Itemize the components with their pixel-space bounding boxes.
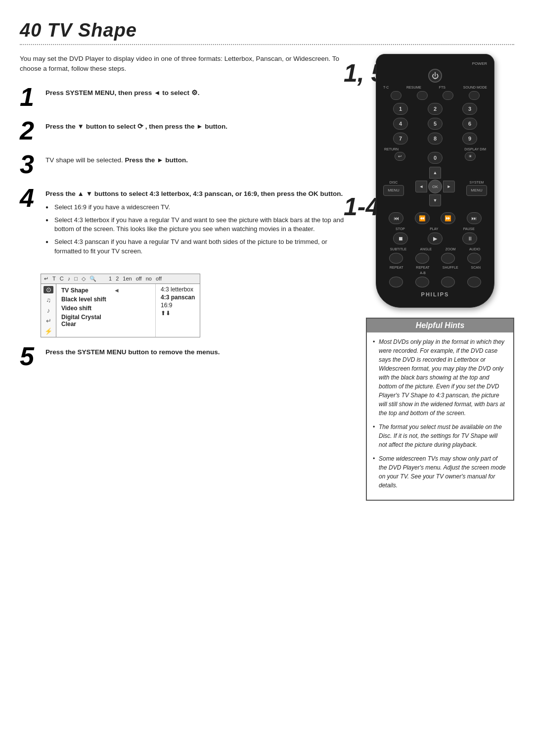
disc-system-row: DISC MENU ▲ ▼ ◄ ► OK SYSTEM (383, 167, 487, 209)
dpad-right[interactable]: ► (443, 181, 455, 192)
subtitle-btn[interactable] (389, 253, 403, 264)
num-row-1: 1 2 3 (383, 103, 487, 115)
menu-icon-picture: ⊙ (44, 286, 53, 293)
menu-label-diamond: ◇ (82, 276, 86, 282)
menu-row-blacklevel: Black level shift (61, 295, 150, 304)
btn-2[interactable]: 2 (428, 103, 443, 115)
fastfwd-btn[interactable]: ⏭ (467, 212, 482, 224)
dpad-down[interactable]: ▼ (429, 194, 441, 206)
menu-label-box: □ (74, 276, 78, 282)
step-4-content: Press the ▲ ▼ buttons to select 4:3 lett… (45, 185, 351, 260)
btn-5[interactable]: 5 (428, 118, 443, 130)
soundmode-btn[interactable] (469, 91, 480, 100)
step-5-number: 5 (20, 343, 41, 369)
power-label: POWER (472, 61, 487, 66)
pause-btn[interactable]: ⏸ (462, 233, 477, 244)
btn-7[interactable]: 7 (393, 133, 408, 144)
step-5-text: Press the SYSTEM MENU button to remove t… (45, 347, 351, 357)
repeat-sub-labels: A-B (383, 271, 487, 275)
repeat-ab-btn[interactable] (415, 277, 429, 287)
section-divider (20, 44, 514, 45)
top-function-labels: T·C RESUME FTS SOUND MODE (383, 86, 487, 89)
remote-wrapper: 1, 5 1-4 POWER ⏻ T·C RESUME FTS SOUND MO… (376, 54, 514, 308)
remote-power-label-row: POWER (383, 61, 487, 66)
step-2-content: Press the ▼ button to select ⟳ , then pr… (45, 118, 351, 132)
step-5-content: Press the SYSTEM MENU button to remove t… (45, 343, 351, 357)
top-function-btns (383, 91, 487, 100)
menu-val-off2: off (156, 276, 162, 282)
menu-icon-back: ↵ (44, 276, 48, 282)
bullet-1: Select 16:9 if you have a widescreen TV. (45, 203, 351, 212)
zoom-label: ZOOM (445, 247, 456, 251)
hint-3: Some widescreen TVs may show only part o… (373, 454, 507, 490)
tc-btn[interactable] (391, 91, 401, 100)
return-label: RETURN (384, 147, 399, 151)
page-title: 40 TV Shape (20, 20, 514, 41)
dpad-up[interactable]: ▲ (429, 167, 441, 179)
btn-8[interactable]: 8 (428, 133, 443, 144)
menu-label-music: ♪ (68, 276, 71, 282)
btn-0[interactable]: 0 (428, 152, 443, 164)
repeat-btn[interactable] (389, 277, 403, 287)
menu-val-off1: off (136, 276, 142, 282)
menu-tvshape-arrow: ◄ (114, 287, 120, 294)
rewind-btn[interactable]: ⏮ (389, 212, 403, 224)
system-menu-btn[interactable]: MENU (466, 185, 487, 196)
next-btn[interactable]: ⏩ (441, 212, 455, 224)
num-row-3: 7 8 9 (383, 133, 487, 144)
menu-label-search: 🔍 (89, 276, 96, 282)
btn-4[interactable]: 4 (393, 118, 408, 130)
menu-val-2: 2 (116, 276, 119, 282)
dpad-ok[interactable]: OK (428, 180, 442, 193)
transport-labels: STOP PLAY PAUSE (383, 227, 487, 231)
ff-rew-row: ⏮ ⏪ ⏩ ⏭ (383, 212, 487, 224)
displaydim-btn[interactable]: ☀ (465, 152, 476, 161)
helpful-hints-title: Helpful Hints (367, 319, 513, 332)
menu-crystal-label: Digital Crystal Clear (61, 314, 111, 328)
btn-1[interactable]: 1 (393, 103, 408, 115)
scan-label: SCAN (471, 266, 481, 269)
pause-label: PAUSE (463, 227, 475, 231)
remote-step-label-14: 1-4 (344, 192, 379, 221)
menu-option-169: 16:9 (161, 302, 195, 309)
step-4-number: 4 (20, 185, 41, 211)
shuffle-label: SHUFFLE (443, 266, 458, 269)
btn-9[interactable]: 9 (462, 133, 477, 144)
menu-icon-return: ↵ (44, 317, 53, 325)
repeat-labels: REPEAT REPEAT SHUFFLE SCAN (383, 266, 487, 269)
num-row-2: 4 5 6 (383, 118, 487, 130)
main-layout: You may set the DVD Player to display vi… (20, 54, 514, 501)
stop-btn[interactable]: ⏹ (393, 233, 408, 244)
fts-label: FTS (439, 86, 445, 89)
step-5: 5 Press the SYSTEM MENU button to remove… (20, 343, 351, 369)
dpad-left[interactable]: ◄ (415, 181, 427, 192)
helpful-hints-body: Most DVDs only play in the format in whi… (367, 332, 513, 500)
resume-btn[interactable] (417, 91, 428, 100)
power-button[interactable]: ⏻ (428, 69, 442, 83)
play-btn[interactable]: ▶ (428, 233, 443, 244)
disc-menu-btn[interactable]: MENU (383, 185, 404, 196)
angle-btn[interactable] (415, 253, 429, 264)
prev-btn[interactable]: ⏪ (415, 212, 430, 224)
system-menu-label: MENU (471, 188, 483, 192)
step-3-text: TV shape will be selected. Press the ► b… (45, 155, 351, 165)
disc-menu-label: MENU (388, 188, 400, 192)
fts-btn[interactable] (443, 91, 453, 100)
btn-6[interactable]: 6 (462, 118, 477, 130)
step-2: 2 Press the ▼ button to select ⟳ , then … (20, 118, 351, 143)
menu-icon-audio: ♫ (44, 296, 53, 304)
shuffle-btn[interactable] (441, 277, 455, 287)
menu-icon-power: ⚡ (44, 328, 53, 335)
repeat-btns (383, 277, 487, 287)
menu-option-letterbox: 4:3 letterbox (161, 286, 195, 293)
btn-3[interactable]: 3 (462, 103, 477, 115)
scan-btn[interactable] (467, 277, 481, 287)
return-btn[interactable]: ↩ (395, 152, 405, 161)
audio-btn[interactable] (467, 253, 481, 264)
audio-label: AUDIO (469, 247, 480, 251)
hint-2: The format you select must be available … (373, 423, 507, 449)
zero-row-btns: ↩ 0 ☀ (383, 152, 487, 164)
onscreen-menu: ↵ T C ♪ □ ◇ 🔍 1 2 1en off no off ⊙ ♫ (41, 274, 200, 337)
step-4: 4 Press the ▲ ▼ buttons to select 4:3 le… (20, 185, 351, 260)
zoom-btn[interactable] (441, 253, 455, 264)
